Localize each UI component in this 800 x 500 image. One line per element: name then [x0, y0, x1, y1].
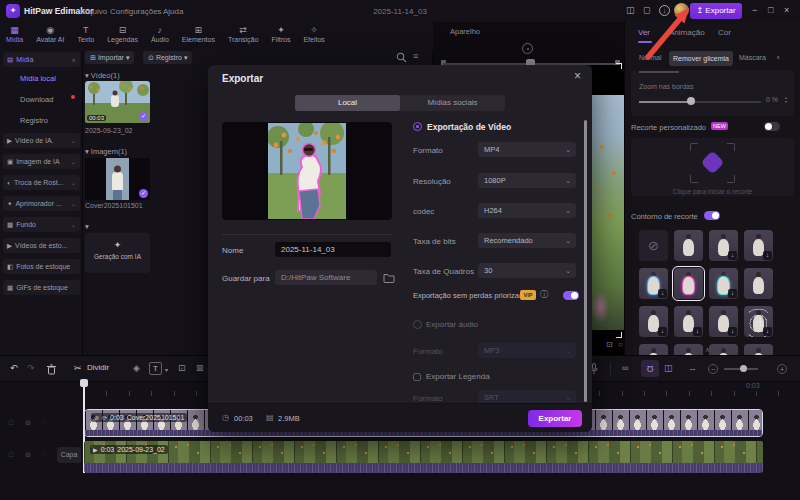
ia-generation-card[interactable]: ✦ Geração com IA	[85, 233, 150, 273]
outline-option[interactable]	[639, 344, 668, 355]
tab-legendas[interactable]: ⊟Legendas	[107, 25, 138, 50]
sidebar-group-imagem-ia[interactable]: ▣Imagem de IA⌄	[3, 154, 80, 169]
outline-option[interactable]	[674, 344, 703, 355]
split-label[interactable]: Dividir	[87, 363, 109, 372]
magnet-snap-icon[interactable]: Ω	[641, 360, 659, 377]
outline-option[interactable]: ↓	[639, 268, 668, 299]
format-dropdown[interactable]: MP4⌄	[478, 142, 576, 157]
tab-texto[interactable]: TTexto	[77, 25, 94, 50]
outline-option[interactable]: ↓	[709, 268, 738, 299]
folder-icon[interactable]	[383, 272, 395, 283]
tab-avatar-ai[interactable]: ◉Avatar AI	[36, 25, 64, 50]
subtitle-export-checkbox[interactable]	[413, 373, 421, 381]
minimize-button[interactable]: −	[752, 5, 757, 15]
cutout-icon[interactable]: ⊠	[196, 363, 204, 373]
tab-audio[interactable]: ♪Áudio	[151, 25, 169, 50]
device-label[interactable]: Aparelho	[450, 27, 480, 36]
tab-midias-sociais[interactable]: Mídias sociais	[400, 95, 505, 111]
menu-arquivo[interactable]: Arquivo	[80, 7, 107, 16]
video-export-radio[interactable]	[413, 122, 422, 131]
section-imagem[interactable]: ▾ Imagem(1)	[85, 147, 127, 156]
outline-option[interactable]: ↓	[674, 230, 703, 261]
more-subtabs-arrow[interactable]: ›	[777, 54, 779, 61]
list-view-icon[interactable]: ≡	[413, 51, 418, 61]
zoom-in-icon[interactable]: +	[777, 364, 787, 374]
track-lock-icon[interactable]: □	[9, 451, 13, 458]
resolution-dropdown[interactable]: 1080P⌄	[478, 173, 576, 188]
close-button[interactable]: ×	[784, 5, 789, 15]
trash-icon[interactable]	[47, 364, 56, 375]
track-mute-icon[interactable]: ⊘	[25, 419, 31, 427]
redo-icon[interactable]: ↷	[27, 363, 35, 373]
outline-option[interactable]: ↓	[709, 306, 738, 337]
fullscreen-icon[interactable]: ○	[618, 340, 623, 349]
bitrate-dropdown[interactable]: Recomendado⌄	[478, 233, 576, 248]
cover-track-button[interactable]: Capa	[57, 447, 81, 463]
sidebar-item-midia-local[interactable]: Mídia local	[20, 74, 56, 83]
dialog-close-icon[interactable]: ×	[574, 69, 581, 83]
audio-export-radio[interactable]	[413, 320, 422, 329]
outline-option[interactable]: ↓	[674, 306, 703, 337]
outline-option[interactable]: ↓	[744, 230, 773, 261]
playhead-handle[interactable]	[80, 379, 88, 387]
track-mute-icon[interactable]: ⊘	[25, 451, 31, 459]
subtab-mascara[interactable]: Máscara	[739, 54, 766, 61]
section-video[interactable]: ▾ Vídeo(1)	[85, 71, 120, 80]
tab-local[interactable]: Local	[295, 95, 400, 111]
zoom-value[interactable]: 0 %	[766, 96, 778, 103]
sidebar-group-midia[interactable]: ▤ Mídia ∧	[3, 52, 80, 67]
scissors-icon[interactable]: ✂	[74, 363, 82, 373]
outline-option[interactable]	[709, 344, 738, 355]
sidebar-group-troca-rosto[interactable]: ◐Troca de Rost...⌄	[3, 175, 80, 190]
sidebar-group-videos-estoque[interactable]: ▶Vídeos de esto...	[3, 238, 80, 253]
custom-crop-toggle[interactable]	[764, 122, 780, 131]
tab-efeitos[interactable]: ✧Efeitos	[303, 25, 324, 50]
sidebar-group-fotos-estoque[interactable]: ◧Fotos de estoque	[3, 259, 80, 274]
name-input[interactable]	[275, 242, 391, 257]
timeline-clip-video[interactable]: ▶ 0:032025-09-23_02	[84, 441, 763, 473]
selection-corner-handle[interactable]	[616, 63, 622, 69]
sidebar-group-aprimorador[interactable]: ✦Aprimorador ...⌄	[3, 196, 80, 211]
zoom-slider-handle[interactable]	[687, 97, 695, 105]
stepper-icons[interactable]: ▴▾	[785, 96, 787, 104]
track-hide-icon[interactable]: ◌	[41, 419, 45, 426]
info-icon[interactable]: ⓘ	[540, 289, 548, 300]
sidebar-group-gifs-estoque[interactable]: ▦GIFs de estoque	[3, 280, 80, 295]
track-hide-icon[interactable]: ◌	[41, 451, 45, 458]
fit-screen-icon[interactable]: ⊡	[606, 340, 613, 349]
sidebar-item-download[interactable]: Download	[20, 95, 53, 104]
outline-option[interactable]: ↓	[744, 306, 773, 337]
register-button[interactable]: ⊙Registro▾	[143, 51, 192, 64]
outline-toggle[interactable]	[704, 211, 720, 220]
link-icon[interactable]: ∞	[622, 363, 628, 373]
import-button[interactable]: ⊞Importar▾	[85, 51, 134, 64]
maximize-button[interactable]: □	[768, 5, 773, 15]
selection-corner-handle[interactable]	[616, 332, 622, 338]
section-ia-tools[interactable]: ▾	[85, 222, 89, 231]
fit-timeline-icon[interactable]: ↔	[688, 363, 697, 373]
framerate-dropdown[interactable]: 30⌄	[478, 263, 576, 278]
sidebar-group-fundo[interactable]: ▩Fundo⌄	[3, 217, 80, 232]
crop-frame-icon[interactable]: ⊡	[178, 363, 186, 373]
outline-option[interactable]: ↓	[639, 306, 668, 337]
media-image-thumbnail[interactable]: ✓	[85, 158, 150, 200]
collapse-panel-icon[interactable]: ∧	[705, 346, 710, 354]
tab-transicao[interactable]: ⇄Transição	[228, 25, 258, 50]
outline-option[interactable]	[744, 344, 773, 355]
preview-dial-icon[interactable]	[522, 43, 533, 54]
outline-option[interactable]: ↓	[744, 268, 773, 299]
search-icon[interactable]	[396, 52, 407, 63]
dialog-scrollbar[interactable]	[584, 120, 587, 402]
marker-icon[interactable]: ◈	[133, 363, 140, 373]
save-path-input[interactable]	[275, 270, 377, 285]
sidebar-group-video-ia[interactable]: ▶Vídeo de IA.⌄	[3, 133, 80, 148]
tab-midia[interactable]: ▦Mídia	[6, 25, 23, 50]
sidebar-item-registro[interactable]: Registro	[20, 116, 48, 125]
codec-dropdown[interactable]: H264⌄	[478, 203, 576, 218]
tab-elementos[interactable]: ⊞Elementos	[182, 25, 215, 50]
timeline-zoom-handle[interactable]	[740, 365, 747, 372]
lossless-toggle[interactable]	[563, 291, 579, 300]
undo-icon[interactable]: ↶	[10, 363, 18, 373]
outline-option-none[interactable]: ⊘	[639, 230, 668, 261]
outline-option-selected[interactable]: ↓	[674, 268, 703, 299]
